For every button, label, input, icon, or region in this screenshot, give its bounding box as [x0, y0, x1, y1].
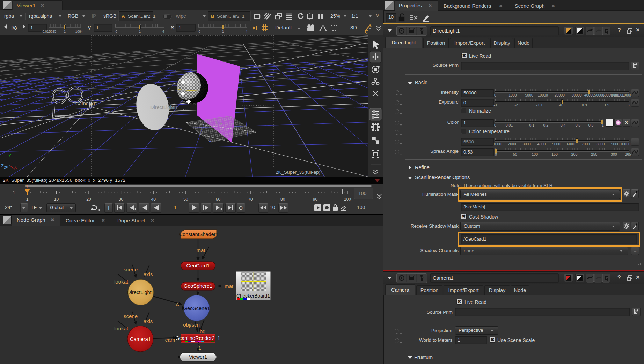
- svg-text:A: A: [176, 301, 179, 307]
- svg-text:1: 1: [26, 184, 28, 189]
- svg-text:100: 100: [344, 197, 351, 202]
- svg-text:ConstantShader1: ConstantShader1: [179, 231, 219, 237]
- svg-text:0.1: 0.1: [216, 120, 222, 125]
- svg-text:axis: axis: [144, 318, 153, 324]
- svg-text:O: O: [239, 205, 243, 211]
- svg-text:GeoCard1: GeoCard1: [186, 263, 210, 269]
- svg-text:40: 40: [151, 197, 156, 202]
- svg-text:30: 30: [119, 197, 124, 202]
- svg-text:80: 80: [280, 197, 285, 202]
- svg-text:mat: mat: [196, 247, 205, 253]
- svg-text:ScanlineRender2_1: ScanlineRender2_1: [176, 335, 220, 341]
- svg-text:Y: Y: [8, 153, 12, 158]
- svg-text:60: 60: [216, 197, 221, 202]
- svg-text:scene: scene: [124, 266, 138, 272]
- svg-text:mat: mat: [225, 283, 234, 289]
- svg-text:1: 1: [198, 345, 201, 351]
- svg-text:2K_Super_35(full-ap): 2K_Super_35(full-ap): [276, 170, 320, 175]
- svg-text:GeoSphere1: GeoSphere1: [184, 283, 212, 289]
- svg-text:DirectLight1: DirectLight1: [151, 105, 178, 110]
- svg-text:50: 50: [183, 197, 188, 202]
- svg-text:CheckerBoard1: CheckerBoard1: [236, 293, 270, 299]
- svg-text:90: 90: [313, 197, 318, 202]
- svg-text:bg: bg: [200, 328, 206, 334]
- svg-text:20: 20: [86, 197, 91, 202]
- svg-text:axis: axis: [144, 271, 153, 277]
- svg-text:1: 1: [209, 138, 211, 143]
- svg-text:Camera1: Camera1: [130, 336, 151, 342]
- svg-text:Viewer1: Viewer1: [189, 354, 207, 360]
- svg-text:70: 70: [248, 197, 253, 202]
- svg-text:scene: scene: [124, 313, 138, 319]
- svg-text:cam: cam: [165, 337, 175, 343]
- svg-text:GeoScene1: GeoScene1: [183, 306, 210, 311]
- svg-text:Camera1: Camera1: [75, 101, 96, 106]
- svg-text:obj/scn: obj/scn: [183, 322, 200, 328]
- svg-text:I: I: [108, 205, 109, 211]
- svg-text:Z: Z: [1, 163, 4, 169]
- svg-text:DirectLight1: DirectLight1: [127, 290, 154, 295]
- svg-text:lookat: lookat: [114, 326, 129, 331]
- svg-text:X: X: [14, 165, 17, 170]
- svg-text:lookat: lookat: [114, 279, 129, 285]
- svg-text:10: 10: [54, 197, 59, 202]
- svg-text:1: 1: [26, 197, 29, 202]
